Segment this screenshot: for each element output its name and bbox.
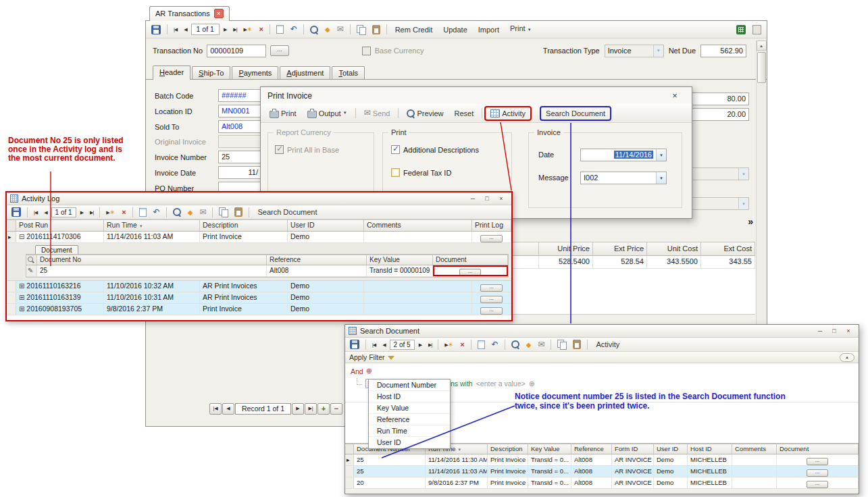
- expand-icon[interactable]: ⊞: [19, 294, 24, 301]
- new-document-button[interactable]: [136, 206, 149, 219]
- new-record-button[interactable]: ▶∗: [442, 338, 456, 351]
- print-log-button[interactable]: ...: [480, 284, 503, 292]
- print-all-in-base-checkbox[interactable]: ✓: [275, 145, 284, 154]
- column-ext-cost[interactable]: Ext Cost: [701, 242, 755, 255]
- maximize-button[interactable]: □: [480, 194, 494, 204]
- prev-record-button[interactable]: ◀: [222, 403, 234, 415]
- undo-button[interactable]: ↶: [489, 338, 501, 351]
- delete-record-button[interactable]: ×: [256, 23, 265, 36]
- filter-conjunction[interactable]: And: [351, 367, 363, 375]
- help-button[interactable]: ◆: [185, 206, 196, 219]
- prev-record-button[interactable]: ◀: [380, 338, 388, 351]
- maximize-button[interactable]: □: [827, 326, 841, 336]
- help-button[interactable]: ◆: [322, 23, 333, 36]
- expand-icon[interactable]: ⊞: [19, 305, 24, 313]
- activity-button[interactable]: Activity: [591, 339, 624, 350]
- minimize-button[interactable]: ─: [813, 326, 827, 336]
- last-record-button[interactable]: ▶|: [426, 338, 434, 351]
- print-menu-button[interactable]: Print ▼: [505, 23, 536, 36]
- menu-item-reference[interactable]: Reference: [369, 414, 450, 425]
- collapse-filter-button[interactable]: ▲: [840, 353, 854, 362]
- delete-record-button[interactable]: ×: [457, 338, 467, 351]
- tab-ar-transactions[interactable]: AR Transactions ×: [149, 6, 230, 21]
- side-combo-1[interactable]: ▼: [684, 167, 749, 180]
- tab-totals[interactable]: Totals: [332, 66, 365, 79]
- search-row-1[interactable]: ▸ 25 11/14/2016 11:30 AM Print Invoice T…: [345, 454, 859, 466]
- first-record-button[interactable]: |◀: [209, 403, 222, 415]
- prev-record-button[interactable]: ◀: [181, 23, 189, 36]
- menu-item-host-id[interactable]: Host ID: [369, 391, 450, 402]
- close-icon[interactable]: ×: [665, 90, 685, 101]
- document-detail-tab[interactable]: Document: [35, 245, 78, 255]
- side-combo-2[interactable]: ▼: [684, 197, 749, 210]
- export-button[interactable]: [734, 23, 748, 36]
- update-button[interactable]: Update: [438, 24, 471, 35]
- column-form-id[interactable]: Form ID: [612, 444, 654, 454]
- next-record-button[interactable]: ▶: [292, 403, 304, 415]
- paste-button[interactable]: [570, 338, 584, 351]
- base-currency-checkbox[interactable]: [362, 47, 371, 55]
- column-document[interactable]: Document: [777, 444, 859, 454]
- next-record-button[interactable]: ▶: [416, 338, 424, 351]
- column-user-id[interactable]: User ID: [654, 444, 688, 454]
- activity-row-2[interactable]: ⊞ 20161110163216 11/10/2016 10:32 AM AR …: [7, 281, 511, 292]
- search-document-button[interactable]: Search Document: [541, 107, 610, 120]
- new-document-button[interactable]: [475, 338, 488, 351]
- last-record-button[interactable]: ▶|: [230, 23, 239, 36]
- document-open-button[interactable]: ...: [807, 469, 829, 477]
- column-user-id[interactable]: User ID: [288, 220, 364, 231]
- activity-row-4[interactable]: ⊞ 20160908193705 9/8/2016 2:37 PM Print …: [7, 304, 511, 315]
- first-record-button[interactable]: |◀: [369, 338, 378, 351]
- column-document-no[interactable]: Document No: [37, 255, 267, 265]
- column-comments[interactable]: Comments: [732, 444, 777, 454]
- expand-icon[interactable]: ⊞: [19, 282, 24, 290]
- copy-button[interactable]: [555, 338, 569, 351]
- last-record-button[interactable]: ▶|: [305, 403, 317, 415]
- add-value-icon[interactable]: ⊕: [529, 380, 535, 388]
- document-open-button[interactable]: ...: [807, 481, 829, 488]
- new-record-button[interactable]: ▶∗: [240, 23, 255, 36]
- document-row[interactable]: ✎ 25 Alt008 TransId = 00000109 ...: [26, 265, 508, 277]
- attachments-button[interactable]: [750, 23, 764, 36]
- column-run-time[interactable]: Run Time ▼: [104, 220, 200, 231]
- print-log-button[interactable]: ...: [480, 235, 503, 242]
- column-ext-price[interactable]: Ext Price: [593, 242, 647, 255]
- document-open-button[interactable]: ...: [459, 269, 482, 276]
- chevron-down-icon[interactable]: ▼: [656, 172, 666, 184]
- output-button[interactable]: Output▼: [303, 107, 352, 120]
- tab-header[interactable]: Header: [153, 66, 190, 80]
- print-button[interactable]: Print: [265, 107, 301, 120]
- copy-button[interactable]: [216, 205, 230, 219]
- column-post-run[interactable]: Post Run: [16, 220, 104, 231]
- preview-button[interactable]: [170, 206, 184, 218]
- transaction-no-field[interactable]: 00000109: [207, 45, 266, 57]
- paste-button[interactable]: [369, 23, 383, 36]
- activity-row-1[interactable]: ▸ ⊟ 20161114170306 11/14/2016 11:03 AM P…: [7, 232, 511, 243]
- search-row-2[interactable]: 25 11/14/2016 11:03 AM Print Invoice Tra…: [345, 466, 859, 477]
- email-button[interactable]: ✉: [535, 338, 547, 351]
- additional-descriptions-checkbox[interactable]: ✓: [391, 145, 400, 154]
- save-button[interactable]: [347, 338, 362, 351]
- close-tab-icon[interactable]: ×: [214, 9, 224, 18]
- expand-grid-button[interactable]: »: [748, 216, 752, 227]
- menu-item-key-value[interactable]: Key Value: [369, 402, 450, 414]
- activity-row-3[interactable]: ⊞ 20161110163139 11/10/2016 10:31 AM AR …: [7, 292, 511, 304]
- preview-button[interactable]: [307, 24, 321, 36]
- new-document-button[interactable]: [274, 23, 286, 36]
- tab-payments[interactable]: Payments: [232, 66, 278, 79]
- save-button[interactable]: [9, 205, 24, 219]
- transaction-type-combo[interactable]: Invoice ▼: [605, 45, 664, 57]
- last-record-button[interactable]: ▶|: [87, 206, 96, 219]
- search-document-button[interactable]: Search Document: [253, 207, 322, 217]
- column-description[interactable]: Description: [200, 220, 288, 231]
- invoice-date-field[interactable]: 11/: [218, 166, 261, 179]
- print-log-button[interactable]: ...: [480, 307, 503, 315]
- add-condition-icon[interactable]: ⊕: [366, 367, 372, 375]
- first-record-button[interactable]: |◀: [171, 23, 180, 36]
- email-button[interactable]: ✉: [334, 23, 347, 36]
- menu-item-run-time[interactable]: Run Time: [369, 425, 450, 437]
- reset-button[interactable]: Reset: [450, 107, 479, 120]
- message-combo[interactable]: I002 ▼: [580, 172, 667, 184]
- add-record-button[interactable]: +: [317, 403, 330, 415]
- transaction-no-lookup-button[interactable]: ...: [270, 45, 289, 56]
